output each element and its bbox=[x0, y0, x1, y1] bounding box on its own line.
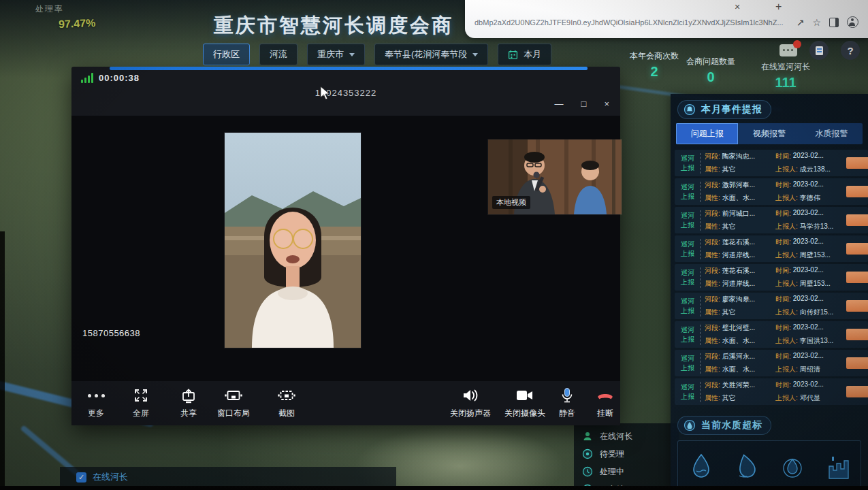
browser-chrome: × + dbMp2aXd2U0NGZ2hJTFE9In0.eyJhdWQiOls… bbox=[465, 0, 868, 38]
notification-badge bbox=[793, 40, 801, 48]
event-row[interactable]: 巡河 上报 河段:廖家沟皋... 属性:其它 时间:2023-02... 上报人… bbox=[675, 293, 868, 319]
badge-line: 巡河 bbox=[681, 182, 694, 192]
segment-value: 璧北河璧... bbox=[722, 323, 755, 333]
call-timer: 00:00:38 bbox=[99, 73, 140, 83]
row-action-button[interactable] bbox=[846, 214, 868, 226]
event-row[interactable]: 巡河 上报 河段:前河城口... 属性:其它 时间:2023-02... 上报人… bbox=[675, 207, 868, 233]
help-icon[interactable]: ? bbox=[841, 41, 860, 60]
sidebar-icon[interactable] bbox=[829, 18, 839, 27]
maximize-button[interactable]: □ bbox=[581, 99, 587, 109]
row-action-button[interactable] bbox=[846, 300, 868, 312]
screenshot-button[interactable]: 截图 bbox=[272, 387, 302, 419]
speaker-off-button[interactable]: 关闭扬声器 bbox=[450, 387, 491, 419]
attribute-value: 其它 bbox=[722, 308, 736, 317]
reporter-value: 邓代显 bbox=[800, 393, 820, 403]
badge-divider bbox=[700, 382, 701, 402]
chat-extension-icon[interactable] bbox=[779, 44, 797, 56]
reporter-value: 李国洪13... bbox=[800, 336, 833, 346]
browser-tab-strip: × + bbox=[465, 0, 868, 14]
event-row[interactable]: 巡河 上报 河段:陶家沟忠... 属性:其它 时间:2023-02... 上报人… bbox=[675, 150, 868, 176]
event-fields: 河段:激郭河奉... 属性:水面、水... 时间:2023-02... 上报人:… bbox=[705, 180, 868, 203]
water-drop-icon bbox=[735, 453, 758, 481]
time-label: 时间: bbox=[775, 152, 791, 161]
window-layout-button[interactable]: 窗口布局 bbox=[217, 387, 250, 419]
reporter-label: 上报人: bbox=[775, 336, 798, 346]
share-button[interactable]: 共享 bbox=[174, 387, 204, 419]
event-row[interactable]: 巡河 上报 河段:莲花石溪... 属性:河道岸线... 时间:2023-02..… bbox=[675, 235, 868, 262]
water-quality-icons bbox=[677, 440, 861, 490]
online-chief-toggle[interactable]: ✓ 在线河长 bbox=[60, 467, 396, 487]
row-action-button[interactable] bbox=[846, 243, 868, 255]
tab-video-alarm[interactable]: 视频报警 bbox=[738, 123, 800, 144]
event-row[interactable]: 巡河 上报 河段:璧北河璧... 属性:水面、水... 时间:2023-02..… bbox=[675, 321, 868, 348]
segment-value: 廖家沟皋... bbox=[722, 295, 755, 304]
call-id: 10024353222 bbox=[71, 88, 620, 98]
close-button[interactable]: × bbox=[604, 99, 609, 109]
row-action-button[interactable] bbox=[846, 157, 868, 169]
event-row[interactable]: 巡河 上报 河段:关胜河荣... 属性:其它 时间:2023-02... 上报人… bbox=[675, 378, 868, 405]
checkbox-checked[interactable]: ✓ bbox=[76, 472, 86, 483]
event-row[interactable]: 巡河 上报 河段:莲花石溪... 属性:河道岸线... 时间:2023-02..… bbox=[675, 264, 868, 291]
badge-line: 巡河 bbox=[681, 297, 694, 306]
legend-label: 处理中 bbox=[600, 466, 624, 478]
badge-divider bbox=[700, 325, 701, 345]
segment-value: 后溪河永... bbox=[722, 352, 755, 361]
time-label: 时间: bbox=[775, 295, 791, 304]
badge-divider bbox=[700, 239, 701, 259]
profile-icon[interactable] bbox=[847, 16, 858, 28]
tab-water-quality-alarm[interactable]: 水质报警 bbox=[801, 123, 863, 144]
tab-river[interactable]: 河流 bbox=[259, 44, 298, 65]
row-action-button[interactable] bbox=[846, 357, 868, 369]
bookmark-star-icon[interactable]: ☆ bbox=[812, 17, 821, 28]
reporter-value: 周壁153... bbox=[800, 250, 831, 260]
badge-line: 上报 bbox=[681, 220, 694, 230]
tab-problem-report[interactable]: 问题上报 bbox=[676, 123, 738, 144]
time-value: 2023-02... bbox=[793, 352, 824, 361]
row-action-button[interactable] bbox=[846, 386, 868, 397]
segment-label: 河段: bbox=[705, 209, 720, 218]
legend-processing[interactable]: 处理中 bbox=[582, 463, 679, 480]
reporter-value: 李德伟 bbox=[800, 193, 820, 203]
row-action-button[interactable] bbox=[846, 272, 868, 283]
event-type-badge: 巡河 上报 bbox=[677, 297, 698, 315]
badge-line: 上报 bbox=[681, 306, 694, 316]
row-action-button[interactable] bbox=[846, 329, 868, 340]
area-select-value: 奉节县(花涧河奉节段 bbox=[385, 48, 467, 61]
camera-off-button[interactable]: 关闭摄像头 bbox=[504, 387, 545, 419]
legend-pending[interactable]: 待受理 bbox=[582, 445, 679, 463]
new-tab-button[interactable]: + bbox=[775, 1, 782, 12]
more-button[interactable]: 更多 bbox=[81, 387, 111, 419]
reporter-value: 马学芬13... bbox=[800, 222, 833, 231]
reporter-label: 上报人: bbox=[775, 250, 798, 260]
time-value: 2023-02... bbox=[793, 238, 824, 247]
stat-meetings: 本年会商次数 2 bbox=[630, 50, 679, 80]
share-icon[interactable]: ↗ bbox=[797, 17, 805, 28]
time-label: 时间: bbox=[775, 323, 791, 333]
badge-divider bbox=[700, 210, 701, 231]
document-extension-icon[interactable] bbox=[809, 41, 829, 60]
event-row[interactable]: 巡河 上报 河段:激郭河奉... 属性:水面、水... 时间:2023-02..… bbox=[675, 178, 868, 205]
button-label: 更多 bbox=[88, 408, 104, 419]
row-action-button[interactable] bbox=[846, 186, 868, 197]
month-select[interactable]: 本月 bbox=[498, 44, 551, 65]
caller-phone-number: 15870556638 bbox=[82, 328, 140, 338]
fullscreen-button[interactable]: 全屏 bbox=[126, 387, 156, 419]
city-select-value: 重庆市 bbox=[317, 48, 344, 61]
mute-button[interactable]: 静音 bbox=[552, 387, 582, 419]
reporter-label: 上报人: bbox=[775, 393, 798, 403]
tab-admin-region[interactable]: 行政区 bbox=[203, 44, 250, 65]
legend-online-chief[interactable]: 在线河长 bbox=[582, 427, 679, 445]
stat-label: 在线巡河河长 bbox=[761, 61, 810, 73]
area-select[interactable]: 奉节县(花涧河奉节段 bbox=[374, 44, 488, 65]
city-select[interactable]: 重庆市 bbox=[307, 44, 365, 65]
address-bar[interactable]: dbMp2aXd2U0NGZ2hJTFE9In0.eyJhdWQiOlsiaHp… bbox=[465, 14, 868, 28]
tab-close-button[interactable]: × bbox=[735, 2, 740, 12]
button-label: 共享 bbox=[180, 408, 197, 419]
event-row[interactable]: 巡河 上报 河段:后溪河永... 属性:水面、水... 时间:2023-02..… bbox=[675, 350, 868, 376]
hang-up-button[interactable]: 挂断 bbox=[590, 387, 620, 419]
month-select-value: 本月 bbox=[524, 48, 541, 61]
event-fields: 河段:后溪河永... 属性:水面、水... 时间:2023-02... 上报人:… bbox=[705, 352, 868, 374]
badge-divider bbox=[700, 182, 701, 202]
minimize-button[interactable]: — bbox=[555, 99, 564, 109]
event-panel-title: 本月事件提报 bbox=[701, 103, 762, 116]
